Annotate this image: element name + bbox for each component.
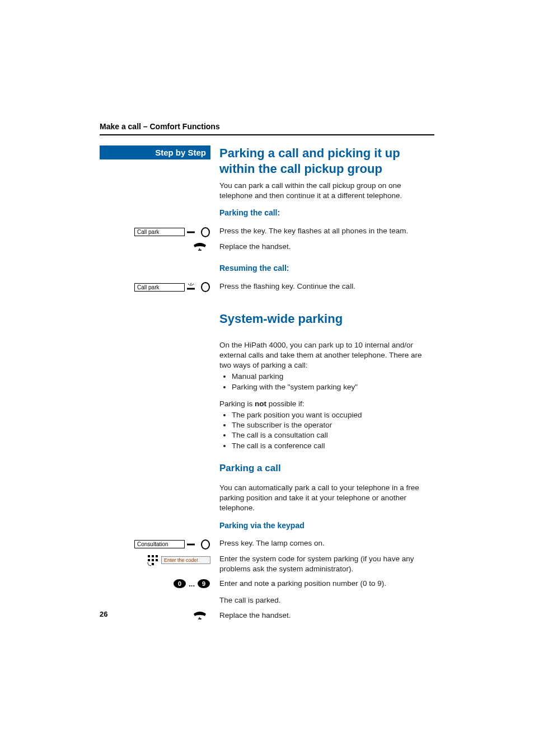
press-key-flashes-text: Press the key. The key flashes at all ph…	[219, 226, 434, 236]
call-is-parked-text: The call is parked.	[219, 595, 434, 605]
not-possible-2: The subscriber is the operator	[232, 420, 434, 430]
consultation-key-label: Consultation	[134, 540, 185, 548]
parking-via-keypad-heading: Parking via the keypad	[219, 520, 434, 531]
svg-point-1	[202, 228, 209, 237]
call-park-key-label: Call park	[134, 228, 185, 236]
digit-0-key-icon: 0	[173, 579, 186, 589]
call-park-key-label-2: Call park	[134, 283, 185, 292]
not-possible-lead: Parking is not possible if:	[219, 399, 434, 409]
enter-system-code-text: Enter the system code for system parking…	[219, 554, 434, 574]
replace-handset-text-2: Replace the handset.	[219, 611, 434, 621]
svg-rect-9	[148, 555, 150, 557]
not-possible-list: The park position you want is occupied T…	[219, 410, 434, 451]
handset-down-icon	[191, 242, 208, 252]
svg-rect-13	[152, 559, 154, 561]
flashing-line-icon	[187, 282, 198, 292]
press-key-lamp-text: Press key. The lamp comes on.	[219, 538, 434, 548]
handset-down-icon	[191, 611, 208, 621]
svg-rect-15	[152, 563, 154, 565]
not-possible-3: The call is a consultation call	[232, 430, 434, 440]
solid-line-icon	[187, 228, 198, 236]
not-possible-1: The park position you want is occupied	[232, 410, 434, 420]
parking-ways-list: Manual parking Parking with the "system …	[219, 372, 434, 392]
section-title-system-wide: System-wide parking	[219, 311, 434, 327]
pickup-group-intro: You can park a call within the call pick…	[219, 181, 434, 201]
lamp-off-icon	[200, 227, 210, 237]
step-by-step-header: Step by Step	[100, 145, 210, 159]
parking-a-call-heading: Parking a call	[219, 462, 434, 475]
system-wide-intro: On the HiPath 4000, you can park up to 1…	[219, 340, 434, 371]
header-rule	[100, 134, 434, 135]
page-number: 26	[100, 610, 107, 618]
solid-line-icon	[187, 541, 198, 548]
breadcrumb: Make a call – Comfort Functions	[100, 122, 220, 131]
digit-range-separator: ...	[189, 580, 195, 588]
svg-rect-14	[156, 559, 158, 561]
parking-the-call-heading: Parking the call:	[219, 208, 434, 218]
enter-parking-position-text: Enter and note a parking position number…	[219, 579, 434, 589]
parking-way-1: Manual parking	[232, 372, 434, 382]
lamp-off-icon	[200, 539, 210, 550]
svg-rect-12	[148, 559, 150, 561]
replace-handset-text-1: Replace the handset.	[219, 242, 434, 252]
enter-code-prompt: Enter the code!	[161, 556, 210, 564]
lamp-off-icon	[200, 282, 210, 292]
not-possible-4: The call is a conference call	[232, 441, 434, 451]
keypad-icon	[147, 554, 159, 566]
svg-text:0: 0	[178, 580, 181, 587]
svg-text:9: 9	[202, 580, 205, 587]
svg-line-5	[192, 284, 194, 285]
parking-a-call-body: You can automatically park a call to you…	[219, 483, 434, 514]
digit-9-key-icon: 9	[197, 579, 210, 589]
svg-line-4	[188, 284, 190, 285]
section-title-pickup-group: Parking a call and picking it up within …	[219, 145, 434, 176]
press-flashing-key-text: Press the flashing key. Continue the cal…	[219, 281, 434, 292]
resuming-the-call-heading: Resuming the call:	[219, 263, 434, 274]
svg-point-8	[202, 540, 209, 549]
svg-point-6	[202, 283, 209, 292]
parking-way-2: Parking with the "system parking key"	[232, 382, 434, 392]
svg-rect-10	[152, 555, 154, 557]
svg-rect-11	[156, 555, 158, 557]
